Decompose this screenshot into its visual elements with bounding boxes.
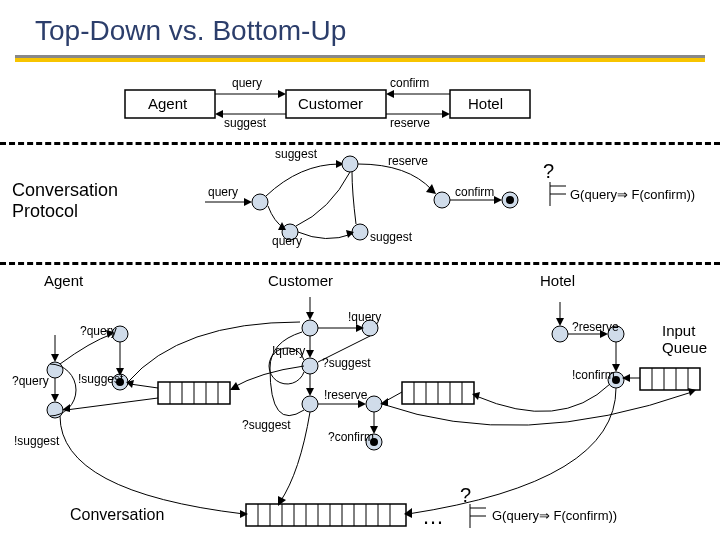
qquery-label: ?query [80, 324, 117, 338]
svg-marker-52 [306, 312, 314, 320]
svg-marker-33 [51, 394, 59, 402]
ereserve-label: !reserve [324, 388, 367, 402]
svg-rect-89 [640, 368, 700, 390]
svg-point-59 [302, 396, 318, 412]
bottom-formula: G(query⇒ F(confirm)) [492, 508, 617, 523]
qconfirm-label: ?confirm [328, 430, 374, 444]
input-queue-label: Input Queue [662, 322, 707, 356]
esuggest2-label: !suggest [14, 434, 59, 448]
svg-marker-80 [556, 318, 564, 326]
customer-automaton-label: Customer [268, 272, 333, 289]
equery-top-label: !query [348, 310, 381, 324]
svg-point-53 [302, 320, 318, 336]
diagram-canvas: Agent Customer Hotel query confirm sugge… [0, 72, 720, 540]
qreserve-label: ?reserve [572, 320, 619, 334]
hotel-automaton-label: Hotel [540, 272, 575, 289]
agent-automaton-label: Agent [44, 272, 83, 289]
conversation-label: Conversation [70, 506, 164, 524]
equery-label: !query [272, 344, 305, 358]
svg-marker-55 [306, 350, 314, 358]
svg-marker-96 [230, 382, 240, 390]
econfirm-label: !confirm [572, 368, 615, 382]
esuggest-label: !suggest [78, 372, 123, 386]
qsuggest2-label: ?suggest [242, 418, 291, 432]
svg-point-81 [552, 326, 568, 342]
qsuggest-label: ?suggest [322, 356, 371, 370]
divider-yellow [15, 58, 705, 62]
svg-marker-30 [51, 354, 59, 362]
dots-label: … [422, 504, 444, 530]
qquery2-label: ?query [12, 374, 49, 388]
svg-line-49 [66, 398, 158, 410]
svg-point-56 [302, 358, 318, 374]
svg-line-47 [130, 384, 158, 388]
svg-point-62 [366, 396, 382, 412]
bottom-qmark: ? [460, 484, 471, 507]
page-title: Top-Down vs. Bottom-Up [0, 0, 720, 55]
svg-marker-58 [306, 388, 314, 396]
